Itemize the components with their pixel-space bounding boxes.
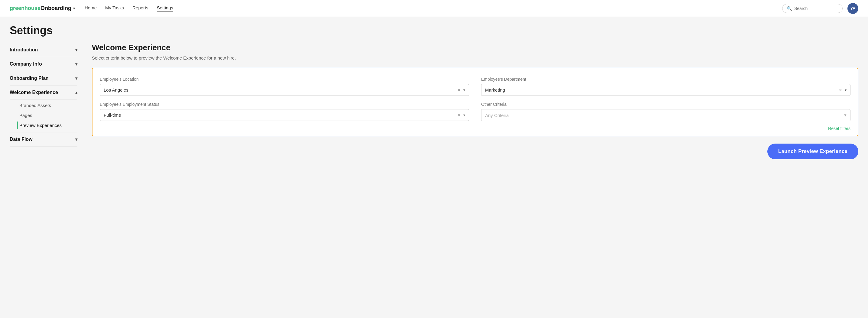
- sidebar-item-onboarding-plan-label: Onboarding Plan: [10, 75, 49, 81]
- search-box[interactable]: 🔍: [782, 4, 843, 13]
- launch-preview-button[interactable]: Launch Preview Experience: [767, 144, 858, 159]
- sidebar-item-company-info-label: Company Info: [10, 61, 42, 67]
- search-icon: 🔍: [787, 6, 792, 11]
- department-clear-button[interactable]: ✕: [839, 88, 842, 93]
- main-layout: Introduction ▾ Company Info ▾ Onboarding…: [10, 43, 858, 313]
- employment-label: Employee's Employment Status: [100, 102, 469, 107]
- sidebar-item-introduction[interactable]: Introduction ▾: [10, 43, 78, 57]
- other-dropdown-icon[interactable]: ▾: [844, 113, 846, 118]
- launch-section: Launch Preview Experience: [92, 144, 858, 159]
- department-select-actions: ✕ ▾: [839, 88, 846, 93]
- nav-settings[interactable]: Settings: [157, 5, 173, 11]
- nav-home[interactable]: Home: [85, 5, 97, 11]
- logo-green-text: greenhouse: [10, 5, 40, 11]
- sidebar-item-introduction-label: Introduction: [10, 47, 38, 53]
- sidebar-chevron-welcome-experience: ▴: [75, 90, 78, 95]
- top-nav: greenhouse Onboarding ▾ Home My Tasks Re…: [0, 0, 868, 17]
- filter-group-location: Employee's Location Los Angeles ✕ ▾: [100, 77, 469, 96]
- app-logo[interactable]: greenhouse Onboarding ▾: [10, 5, 75, 11]
- logo-arrow-icon[interactable]: ▾: [73, 6, 75, 10]
- sidebar-item-welcome-experience[interactable]: Welcome Experience ▴: [10, 86, 78, 100]
- location-dropdown-icon[interactable]: ▾: [463, 88, 465, 92]
- sidebar-chevron-data-flow: ▾: [75, 137, 78, 142]
- filter-group-employment: Employee's Employment Status Full-time ✕…: [100, 102, 469, 121]
- sidebar-item-data-flow[interactable]: Data Flow ▾: [10, 132, 78, 147]
- sidebar-item-onboarding-plan[interactable]: Onboarding Plan ▾: [10, 71, 78, 86]
- logo-black-text: Onboarding: [40, 5, 71, 11]
- other-select[interactable]: Any Criteria ▾: [481, 109, 850, 121]
- sidebar-item-preview-experiences[interactable]: Preview Experiences: [17, 122, 78, 129]
- employment-value: Full-time: [104, 113, 457, 118]
- sidebar: Introduction ▾ Company Info ▾ Onboarding…: [10, 43, 82, 313]
- reset-filters-button[interactable]: Reset filters: [828, 126, 850, 131]
- nav-my-tasks[interactable]: My Tasks: [105, 5, 124, 11]
- department-value: Marketing: [485, 87, 839, 93]
- content-title: Welcome Experience: [92, 43, 858, 52]
- sidebar-chevron-introduction: ▾: [75, 47, 78, 52]
- employment-clear-button[interactable]: ✕: [457, 113, 461, 118]
- page-title: Settings: [10, 24, 858, 37]
- location-clear-button[interactable]: ✕: [457, 88, 461, 93]
- location-value: Los Angeles: [104, 87, 457, 93]
- sidebar-item-pages[interactable]: Pages: [17, 112, 78, 119]
- avatar[interactable]: YA: [847, 3, 858, 14]
- nav-reports[interactable]: Reports: [132, 5, 148, 11]
- department-label: Employee's Department: [481, 77, 850, 82]
- department-select[interactable]: Marketing ✕ ▾: [481, 84, 850, 96]
- content-subtitle: Select criteria below to preview the Wel…: [92, 55, 858, 60]
- main-content: Welcome Experience Select criteria below…: [82, 43, 858, 313]
- other-label: Other Criteria: [481, 102, 850, 107]
- page-container: Settings Introduction ▾ Company Info ▾ O…: [0, 17, 868, 318]
- department-dropdown-icon[interactable]: ▾: [845, 88, 846, 92]
- sidebar-item-data-flow-label: Data Flow: [10, 137, 33, 142]
- employment-select[interactable]: Full-time ✕ ▾: [100, 109, 469, 121]
- filter-grid: Employee's Location Los Angeles ✕ ▾ Empl…: [100, 77, 850, 121]
- sidebar-chevron-company-info: ▾: [75, 62, 78, 66]
- sidebar-item-company-info[interactable]: Company Info ▾: [10, 57, 78, 71]
- filter-group-department: Employee's Department Marketing ✕ ▾: [481, 77, 850, 96]
- location-select-actions: ✕ ▾: [457, 88, 465, 93]
- sidebar-item-branded-assets[interactable]: Branded Assets: [17, 102, 78, 109]
- nav-links: Home My Tasks Reports Settings: [85, 5, 773, 11]
- sidebar-item-welcome-experience-label: Welcome Experience: [10, 90, 58, 95]
- filter-group-other: Other Criteria Any Criteria ▾: [481, 102, 850, 121]
- sidebar-sub-welcome-experience: Branded Assets Pages Preview Experiences: [10, 100, 78, 132]
- search-input[interactable]: [794, 6, 838, 11]
- employment-select-actions: ✕ ▾: [457, 113, 465, 118]
- employment-dropdown-icon[interactable]: ▾: [463, 113, 465, 117]
- other-placeholder: Any Criteria: [485, 113, 509, 118]
- location-select[interactable]: Los Angeles ✕ ▾: [100, 84, 469, 96]
- nav-right: 🔍 YA: [782, 3, 858, 14]
- filter-reset-row: Reset filters: [100, 126, 850, 131]
- location-label: Employee's Location: [100, 77, 469, 82]
- filter-card: Employee's Location Los Angeles ✕ ▾ Empl…: [92, 68, 858, 136]
- sidebar-chevron-onboarding-plan: ▾: [75, 76, 78, 81]
